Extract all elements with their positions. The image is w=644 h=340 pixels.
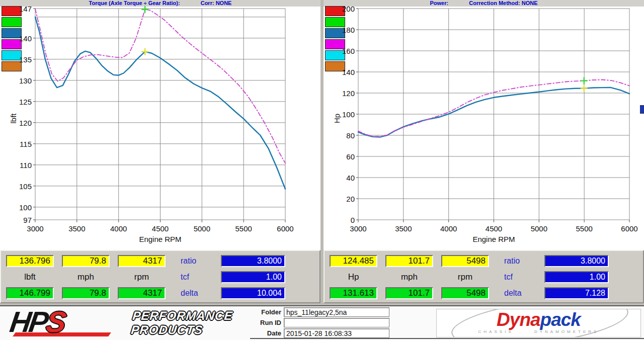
power-run-legend: [325, 6, 345, 71]
speed-unit-label: mph: [385, 271, 433, 283]
tcf-label: tcf: [497, 271, 536, 283]
ratio-value: 3.8000: [544, 255, 609, 267]
speed-unit-label: mph: [62, 271, 110, 283]
y-tick-label: 120: [19, 118, 32, 127]
ratio-label: ratio: [174, 255, 213, 267]
torque-ref-peak-value: 146.799: [6, 287, 54, 299]
power-ref-peak-speed: 101.7: [385, 287, 433, 299]
hps-logo-words: PERFORMANCE PRODUCTS: [130, 309, 233, 337]
date-label: Date: [250, 329, 281, 337]
y-tick-label: 40: [346, 174, 355, 182]
x-tick-label: 5000: [531, 224, 547, 233]
x-tick-label: 4500: [152, 224, 169, 233]
power-chart-panel: Power: Correction Method: NONE Hp 200180…: [324, 0, 644, 250]
y-tick-label: 60: [346, 152, 355, 161]
power-peak-value: 124.485: [330, 255, 377, 267]
y-tick-label: 160: [342, 47, 355, 55]
power-y-axis-label: Hp: [333, 109, 341, 129]
dyno-app-window: Torque (Axle Torque ÷ Gear Ratio): Corr:…: [0, 0, 644, 340]
power-peak-rpm: 5498: [441, 255, 489, 267]
torque-readout-panel: 136.796 79.8 4317 ratio 3.8000 lbft mph …: [0, 250, 320, 303]
torque-peak-rpm: 4317: [118, 255, 166, 267]
hps-logo-hp: HP: [8, 306, 49, 338]
tcf-value: 1.00: [221, 271, 285, 283]
x-tick-label: 6000: [277, 224, 293, 233]
y-tick-label: 120: [342, 89, 355, 98]
x-tick-label: 6000: [621, 224, 637, 233]
dynapack-wordmark: Dynapack: [437, 309, 640, 330]
power-ref-peak-rpm: 5498: [441, 287, 489, 299]
y-tick-label: 180: [342, 26, 355, 34]
y-tick-label: 110: [20, 160, 32, 169]
x-tick-label: 5000: [194, 224, 210, 233]
y-tick-label: 105: [19, 182, 32, 190]
x-tick-label: 4000: [440, 224, 457, 233]
hps-logo-line1: PERFORMANCE: [132, 309, 233, 322]
y-tick-label: 147: [19, 5, 32, 13]
y-tick-label: 100: [19, 203, 32, 211]
delta-label: delta: [174, 287, 213, 299]
delta-value: 7.128: [544, 287, 609, 299]
power-plot: [324, 0, 644, 250]
rpm-unit-label: rpm: [441, 271, 489, 283]
ratio-value: 3.8000: [221, 255, 285, 267]
legend-swatch[interactable]: [2, 17, 22, 27]
y-tick-label: 125: [19, 97, 32, 106]
x-tick-label: 5500: [235, 224, 252, 233]
y-tick-label: 100: [342, 110, 355, 119]
torque-y-axis-label: lbft: [9, 109, 18, 129]
folder-input[interactable]: [284, 307, 389, 317]
x-axis-label: Engine RPM: [472, 235, 515, 243]
folder-row: Folder: [250, 307, 396, 317]
x-tick-label: 4000: [110, 224, 127, 233]
y-tick-label: 20: [346, 195, 355, 203]
run-id-row: Run ID: [250, 318, 396, 327]
run-id-label: Run ID: [250, 319, 281, 326]
hps-logo-line2: PRODUCTS: [130, 323, 204, 336]
torque-unit-label: lbft: [6, 271, 54, 283]
x-axis-label: Engine RPM: [139, 235, 181, 243]
x-tick-label: 4500: [486, 224, 502, 233]
run-info-form: Folder Run ID Date: [250, 306, 396, 339]
y-tick-label: 135: [19, 55, 32, 63]
date-row: Date: [250, 328, 396, 338]
footer-bar: HPS PERFORMANCE PRODUCTS Folder Run ID D…: [0, 305, 644, 340]
date-input[interactable]: [284, 328, 389, 338]
power-peak-speed: 101.7: [385, 255, 433, 267]
dynapack-pack: pack: [540, 309, 581, 330]
y-tick-label: 140: [342, 68, 355, 76]
right-edge-marker: [640, 105, 644, 114]
y-tick-label: 140: [19, 34, 32, 42]
torque-ref-peak-rpm: 4317: [118, 287, 166, 299]
torque-peak-value: 136.796: [6, 255, 54, 267]
delta-value: 10.004: [221, 287, 285, 299]
power-unit-label: Hp: [330, 271, 377, 283]
x-tick-label: 3000: [350, 224, 366, 233]
rpm-unit-label: rpm: [118, 271, 166, 283]
folder-label: Folder: [250, 308, 281, 316]
dynapack-logo: Dynapack CHASSIS DYNAMOMETERS: [436, 309, 641, 337]
delta-label: delta: [497, 287, 536, 299]
tcf-label: tcf: [174, 271, 213, 283]
y-tick-label: 130: [19, 76, 32, 84]
power-ref-peak-value: 131.613: [330, 287, 377, 299]
torque-plot: [0, 0, 320, 250]
tcf-value: 1.00: [544, 271, 609, 283]
torque-ref-peak-speed: 79.8: [62, 287, 110, 299]
x-tick-label: 3500: [68, 224, 85, 233]
torque-peak-speed: 79.8: [62, 255, 110, 267]
y-tick-label: 97: [23, 216, 32, 224]
run-id-input[interactable]: [284, 318, 389, 327]
hps-logo: HPS PERFORMANCE PRODUCTS: [0, 306, 250, 340]
y-tick-label: 200: [342, 5, 355, 13]
y-tick-label: 115: [20, 139, 32, 148]
x-tick-label: 3000: [27, 224, 43, 233]
dynapack-subtitle: CHASSIS DYNAMOMETERS: [437, 329, 640, 334]
dynapack-dyna: Dyna: [497, 309, 540, 330]
dynapack-logo-area: Dynapack CHASSIS DYNAMOMETERS: [396, 306, 644, 339]
x-tick-label: 3500: [395, 224, 412, 233]
ratio-label: ratio: [497, 255, 536, 267]
y-tick-label: 80: [346, 131, 355, 140]
torque-chart-panel: Torque (Axle Torque ÷ Gear Ratio): Corr:…: [0, 0, 320, 250]
x-tick-label: 5500: [576, 224, 592, 233]
